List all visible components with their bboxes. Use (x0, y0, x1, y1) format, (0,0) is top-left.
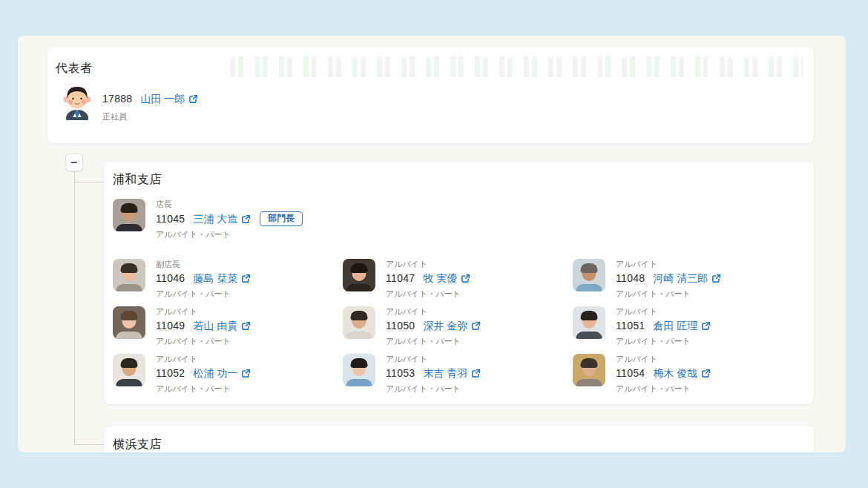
employee-id: 11047 (386, 271, 415, 286)
employee-name: 三浦 大造 (193, 212, 237, 226)
employee-card: アルバイト 11047 牧 実優 アルバイト・パート (343, 259, 573, 306)
employee-name-link[interactable]: 深井 金弥 (423, 319, 481, 333)
employment-type: アルバイト・パート (156, 229, 303, 240)
employee-name-link[interactable]: 梅木 俊哉 (653, 366, 711, 380)
external-link-icon (701, 369, 711, 378)
external-link-icon (241, 274, 251, 283)
representative-card: 代表者 17888 山田 一郎 (47, 47, 814, 143)
watermark-pattern (230, 56, 803, 77)
employee-name: 倉田 匠理 (653, 319, 697, 333)
employee-card-manager: 店長 11045 三浦 大造 部門長 アルバイト・パート (113, 199, 303, 240)
role-label: アルバイト (386, 355, 481, 364)
role-label: アルバイト (156, 355, 251, 364)
employee-avatar (573, 259, 605, 291)
employee-name-link[interactable]: 河崎 清三郎 (653, 271, 721, 286)
employee-avatar (343, 354, 375, 386)
employee-avatar (343, 259, 375, 291)
employee-name-link[interactable]: 藤島 栞菜 (193, 271, 251, 286)
employee-avatar (113, 354, 145, 386)
employee-id: 11053 (386, 366, 415, 380)
employment-type: アルバイト・パート (616, 383, 711, 394)
employee-id: 11049 (156, 319, 185, 333)
representative-avatar-illustration (61, 82, 93, 120)
external-link-icon (241, 321, 251, 331)
employee-avatar (573, 306, 605, 339)
employee-id: 11048 (616, 271, 645, 286)
external-link-icon (241, 369, 251, 378)
tree-connector-branch-2 (74, 444, 104, 445)
employee-name-link[interactable]: 末吉 青羽 (423, 366, 481, 380)
employee-card: アルバイト 11049 若山 由貴 アルバイト・パート (113, 306, 343, 354)
employee-id: 11050 (386, 319, 415, 333)
employee-id: 11054 (616, 366, 645, 380)
employee-avatar (573, 354, 605, 386)
employee-card: アルバイト 11053 末吉 青羽 アルバイト・パート (343, 354, 573, 401)
role-label: アルバイト (156, 307, 251, 317)
external-link-icon (471, 369, 481, 378)
external-link-icon (241, 214, 251, 224)
employee-id: 11046 (156, 271, 185, 286)
employment-type: アルバイト・パート (156, 383, 251, 394)
employment-type: アルバイト・パート (156, 288, 251, 299)
role-label: アルバイト (616, 355, 711, 364)
employment-type: アルバイト・パート (386, 383, 481, 394)
employee-card: アルバイト 11048 河崎 清三郎 アルバイト・パート (573, 259, 803, 306)
employee-name: 山田 一郎 (140, 92, 185, 106)
collapse-branch-button[interactable]: − (65, 154, 83, 171)
tree-connector-vertical (74, 172, 75, 445)
role-label: アルバイト (616, 307, 711, 317)
employee-id: 11051 (616, 319, 645, 333)
role-label: アルバイト (386, 260, 470, 269)
employee-name-link[interactable]: 三浦 大造 (193, 212, 251, 226)
employee-name: 河崎 清三郎 (653, 271, 708, 286)
employment-type: アルバイト・パート (616, 288, 721, 299)
external-link-icon (461, 274, 470, 283)
branch-title: 横浜支店 (113, 437, 162, 452)
employee-card: アルバイト 11054 梅木 俊哉 アルバイト・パート (573, 354, 803, 401)
employment-type: アルバイト・パート (386, 288, 470, 299)
external-link-icon (711, 274, 721, 283)
employee-card: 副店長 11046 藤島 栞菜 アルバイト・パート (113, 259, 343, 306)
employee-avatar (343, 306, 375, 339)
org-chart-panel: 代表者 17888 山田 一郎 (18, 36, 846, 452)
employee-name-link[interactable]: 倉田 匠理 (653, 319, 711, 333)
employee-card: アルバイト 11052 松浦 功一 アルバイト・パート (113, 354, 343, 401)
collapse-minus-icon: − (71, 156, 78, 168)
department-head-badge: 部門長 (260, 211, 303, 226)
role-label: 副店長 (156, 260, 251, 269)
employee-name: 梅木 俊哉 (653, 366, 697, 380)
employee-avatar (113, 306, 145, 339)
employee-name: 松浦 功一 (193, 366, 237, 380)
employee-name-link[interactable]: 松浦 功一 (193, 366, 251, 380)
employee-id: 11052 (156, 366, 185, 380)
external-link-icon (188, 94, 198, 104)
employee-name-link[interactable]: 牧 実優 (423, 271, 470, 286)
section-title-representative: 代表者 (56, 61, 93, 76)
external-link-icon (471, 321, 481, 331)
role-label: アルバイト (386, 307, 481, 317)
role-label: アルバイト (616, 260, 721, 269)
employee-name: 牧 実優 (423, 271, 457, 286)
employee-grid: 副店長 11046 藤島 栞菜 アルバイト・パート アルバイト 11047 牧 … (113, 259, 803, 401)
role-label: 店長 (156, 200, 303, 209)
employee-avatar (113, 259, 145, 291)
employee-card: アルバイト 11050 深井 金弥 アルバイト・パート (343, 306, 573, 354)
employment-type: アルバイト・パート (386, 336, 481, 346)
employee-avatar (113, 199, 145, 231)
employee-name-link[interactable]: 若山 由貴 (193, 319, 251, 333)
employment-type: 正社員 (102, 111, 198, 122)
branch-card-yokohama: 横浜支店 (104, 426, 814, 452)
employee-name: 深井 金弥 (423, 319, 467, 333)
employee-name: 末吉 青羽 (423, 366, 467, 380)
employee-name-link[interactable]: 山田 一郎 (140, 92, 198, 106)
employee-name: 藤島 栞菜 (193, 271, 237, 286)
employee-id: 17888 (102, 92, 132, 106)
employee-name: 若山 由貴 (193, 319, 237, 333)
branch-card-urawa: 浦和支店 店長 11045 三浦 大造 部門長 アルバイト・パート (104, 162, 814, 404)
employment-type: アルバイト・パート (616, 336, 711, 346)
tree-connector-branch-1 (74, 182, 104, 182)
representative-row: 17888 山田 一郎 正社員 (61, 82, 198, 122)
branch-title: 浦和支店 (113, 172, 162, 188)
employee-id: 11045 (156, 212, 185, 226)
external-link-icon (701, 321, 711, 331)
